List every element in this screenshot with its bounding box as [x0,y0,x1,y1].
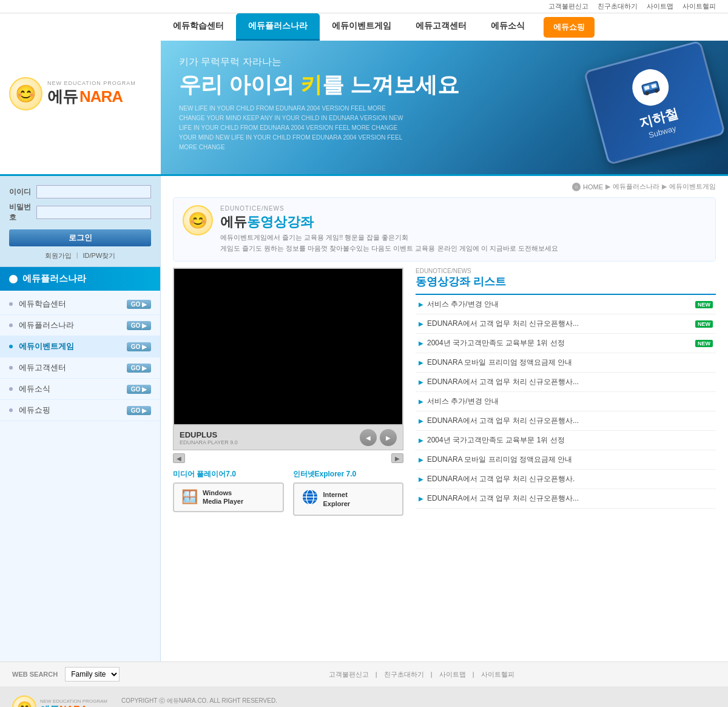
top-nav-help[interactable]: 사이트헬피 [682,2,716,10]
video-controls-info: EDUPLUS EDUNARA PLAYER 9.0 [180,430,238,445]
nav-item-study[interactable]: 에듀학습센터 [161,13,236,41]
hero-desc: NEW LIFE IN YOUR CHILD FROM EDUNARA 2004… [179,104,410,152]
sidebar-go-study[interactable]: GO ▶ [127,300,151,309]
list-item[interactable]: ▶ EDUNARA에서 고객 업무 처리 신규오픈행사... NEW [416,314,716,334]
list-item[interactable]: ▶ 서비스 추가/변경 안내 [416,392,716,411]
plugin-media-line1: Windows [203,489,232,496]
hero-highlight: 키 [300,72,322,97]
nav-items: 에듀학습센터 에듀플러스나라 에듀이벤트게임 에듀고객센터 에듀소식 에듀쇼핑 [161,13,601,41]
content-desc1: 에듀이벤트게임에서 즐기는 교육용 게임!! 행운을 잡을 좋은기회 [220,232,706,243]
new-badge-1: NEW [695,301,713,308]
list-item[interactable]: ▶ EDUNARA 모바일 프리미엄 정액요금제 안내 [416,450,716,470]
footer: 😊 NEW EDUCATION PROGRAM 에듀NARA COPYRIGHT… [0,686,728,707]
sidebar-item-shopping[interactable]: 에듀쇼핑 GO ▶ [0,400,160,421]
footer-copyright: COPYRIGHT ⓒ 에듀NARA.CO. ALL RIGHT RESERVE… [121,695,410,706]
sidebar-dot-4 [9,366,13,370]
login-pw-input[interactable] [36,206,151,219]
list-item[interactable]: ▶ EDUNARA 모바일 프리미엄 정액요금제 안내 [416,353,716,373]
sidebar-item-study[interactable]: 에듀학습센터 GO ▶ [0,294,160,315]
list-item[interactable]: ▶ EDUNARA에서 고객 업무 처리 신규오픈행사... [416,411,716,431]
nav-item-customer[interactable]: 에듀고객센터 [403,13,479,41]
login-button[interactable]: 로그인 [9,229,151,246]
sidebar-label-customer: 에듀고객센터 [19,362,127,373]
hero-title: 우리 아이의 키를 느껴보세요 [179,72,710,98]
sidebar-label-shopping: 에듀쇼핑 [19,405,127,416]
footer-link-help[interactable]: 사이트헬피 [481,671,514,678]
hero-content: 키가 무럭무럭 자라나는 우리 아이의 키를 느껴보세요 NEW LIFE IN… [161,41,728,167]
top-nav-invite[interactable]: 친구초대하기 [598,2,638,10]
sidebar-item-plus[interactable]: 에듀플러스나라 GO ▶ [0,315,160,336]
video-player[interactable] [173,268,403,425]
sidebar-go-news[interactable]: GO ▶ [127,385,151,394]
list-item[interactable]: ▶ EDUNARA에서 고객 업무 처리 신규오픈행사. [416,470,716,489]
breadcrumb-sep1: ▶ [605,183,610,191]
sidebar-item-customer[interactable]: 에듀고객센터 GO ▶ [0,357,160,379]
nav-item-news[interactable]: 에듀소식 [479,13,537,41]
footer-link-invite[interactable]: 친구초대하기 [384,671,424,678]
video-list-header: EDUNOTICE/NEWS 동영상강좌 리스트 [416,268,716,289]
list-item[interactable]: ▶ 2004년 국가고객만족도 교육부문 1위 선정 NEW [416,334,716,353]
plugin-media-text: Windows Media Player [203,489,243,506]
video-prev-btn[interactable]: ◀ [360,429,377,446]
findpw-link[interactable]: ID/PW찾기 [83,251,116,260]
logo-subtitle: NEW EDUCATION PROGRAM [47,80,136,86]
nav-item-event[interactable]: 에듀이벤트게임 [320,13,403,41]
top-nav-complaint[interactable]: 고객불편신고 [548,2,588,10]
nav-item-plus[interactable]: 에듀플러스나라 [236,13,320,41]
list-text-5: EDUNARA에서 고객 업무 처리 신규오픈행사... [427,377,713,387]
breadcrumb-link1[interactable]: 에듀플러스나라 [613,182,659,191]
video-next-btn[interactable]: ▶ [380,429,397,446]
sidebar-go-shopping[interactable]: GO ▶ [127,406,151,415]
footer-logo: 😊 NEW EDUCATION PROGRAM 에듀NARA [12,695,109,707]
join-link[interactable]: 회원가입 [45,251,72,260]
footer-bar: WEB SEARCH Family site Google Naver Daum… [0,661,728,686]
login-id-label: 이이디 [9,187,36,197]
list-item[interactable]: ▶ 2004년 국가고객만족도 교육부문 1위 선정 [416,431,716,450]
login-pw-row: 비밀번호 [9,202,151,223]
list-item[interactable]: ▶ EDUNARA에서 고객 업무 처리 신규오픈행사... [416,489,716,509]
nav-shopping[interactable]: 에듀쇼핑 [544,17,595,38]
plugin-ie-btn[interactable]: Internet Explorer [293,482,404,516]
video-section: EDUPLUS EDUNARA PLAYER 9.0 ◀ ▶ ◀ ▶ 미디어 플… [173,268,716,516]
sidebar-item-event[interactable]: 에듀이벤트게임 GO ▶ [0,336,160,357]
login-id-row: 이이디 [9,185,151,198]
footer-search-label: WEB SEARCH [12,671,58,678]
sidebar-go-customer[interactable]: GO ▶ [127,364,151,373]
footer-link-complaint[interactable]: 고객불편신고 [329,671,369,678]
list-item[interactable]: ▶ 서비스 추가/변경 안내 NEW [416,295,716,314]
login-id-input[interactable] [36,185,151,198]
footer-logo-text: NEW EDUCATION PROGRAM 에듀NARA [40,699,107,707]
sidebar-item-news[interactable]: 에듀소식 GO ▶ [0,379,160,400]
sidebar-dot-1 [9,302,13,306]
video-scroll-left[interactable]: ◀ [173,453,185,463]
sidebar-dot-2 [9,323,13,327]
plugin-media-btn[interactable]: 🪟 Windows Media Player [173,482,284,512]
sidebar-go-event[interactable]: GO ▶ [127,342,151,351]
list-arrow-10: ▶ [419,476,423,482]
plugin-section: 미디어 플레이어7.0 🪟 Windows Media Player 인터넷Ex… [173,469,403,516]
footer-divider3: | [473,671,474,678]
list-text-10: EDUNARA에서 고객 업무 처리 신규오픈행사. [427,474,713,484]
list-item[interactable]: ▶ EDUNARA에서 고객 업무 처리 신규오픈행사... [416,373,716,392]
content-desc2: 게임도 즐기도 원하는 정보를 마음껏 찾아볼수있는 다음도 이벤트 교육용 온… [220,243,706,254]
sidebar-dot-5 [9,387,13,391]
footer-link-sitemap[interactable]: 사이트맵 [439,671,466,678]
top-nav-sitemap[interactable]: 사이트맵 [647,2,673,10]
sidebar: 이이디 비밀번호 로그인 회원가입 | ID/PW찾기 에듀플러스나라 에듀학습 [0,176,161,661]
list-text-4: EDUNARA 모바일 프리미엄 정액요금제 안내 [427,357,713,368]
footer-logo-subtitle: NEW EDUCATION PROGRAM [40,699,107,704]
list-arrow-4: ▶ [419,359,423,366]
list-arrow-6: ▶ [419,398,423,405]
sidebar-dot-6 [9,408,13,412]
breadcrumb-home: HOME [583,183,603,191]
logo-text: NEW EDUCATION PROGRAM 에듀NARA [47,80,136,107]
footer-search-select[interactable]: Family site Google Naver Daum [65,667,120,682]
list-text-1: 서비스 추가/변경 안내 [427,299,692,310]
windows-icon: 🪟 [181,489,198,505]
content-header-info: EDUNOTICE/NEWS 에듀동영상강좌 에듀이벤트게임에서 즐기는 교육용… [220,205,706,254]
list-arrow-8: ▶ [419,437,423,444]
breadcrumb-link2[interactable]: 에듀이벤트게임 [669,182,716,191]
footer-logo-nara: NARA [59,705,87,707]
sidebar-go-plus[interactable]: GO ▶ [127,321,151,330]
video-scroll-right[interactable]: ▶ [391,453,403,463]
